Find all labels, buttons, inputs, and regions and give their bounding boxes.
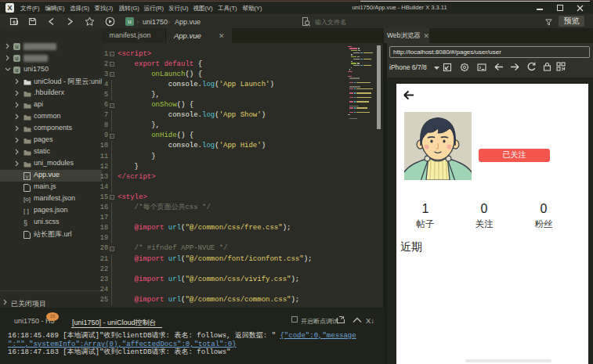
- svg-text:V: V: [25, 174, 28, 178]
